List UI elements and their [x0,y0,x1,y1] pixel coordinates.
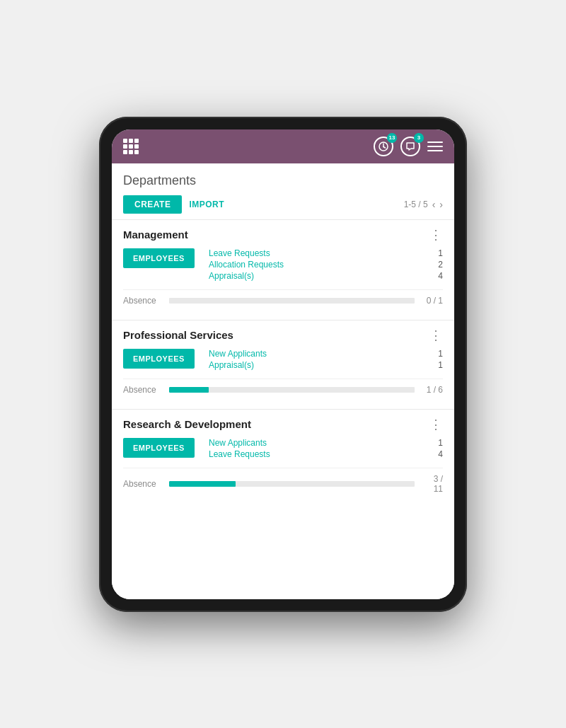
absence-bar-fill [169,387,209,393]
more-options-icon[interactable]: ⋮ [429,418,443,431]
absence-label: Absence [123,385,162,395]
pagination-text: 1-5 / 5 [404,200,428,209]
notification-badge: 13 [387,133,397,143]
absence-row: Absence 0 / 1 [123,289,443,311]
absence-bar [169,298,415,304]
employees-button[interactable]: EMPLOYEES [123,248,195,268]
stat-value: 1 [438,360,443,370]
toolbar: CREATE IMPORT 1-5 / 5 ‹ › [123,195,443,214]
dept-name: Professional Services [123,329,233,341]
stat-row: Allocation Requests 2 [209,260,443,270]
stat-row: Appraisal(s) 4 [209,271,443,281]
message-badge: 3 [414,133,424,143]
stat-value: 4 [438,449,443,459]
employees-button[interactable]: EMPLOYEES [123,438,195,458]
stat-value: 1 [438,438,443,448]
toolbar-left: CREATE IMPORT [123,195,224,214]
stat-value: 1 [438,248,443,258]
dept-stats: New Applicants 1 Appraisal(s) 1 [209,349,443,370]
stat-row: New Applicants 1 [209,349,443,359]
stat-label: New Applicants [209,349,267,359]
pagination: 1-5 / 5 ‹ › [404,199,443,210]
stat-row: Appraisal(s) 1 [209,360,443,370]
absence-row: Absence 1 / 6 [123,379,443,400]
absence-label: Absence [123,479,162,489]
dept-header: Research & Development ⋮ [123,418,443,431]
absence-row: Absence 3 / 11 [123,468,443,499]
absence-bar [169,387,415,393]
absence-label: Absence [123,296,162,306]
dept-name: Management [123,229,188,241]
stat-value: 1 [438,349,443,359]
stat-label: New Applicants [209,438,267,448]
more-options-icon[interactable]: ⋮ [429,229,443,241]
department-card: Research & Development ⋮ EMPLOYEES New A… [112,409,454,508]
department-card: Professional Services ⋮ EMPLOYEES New Ap… [112,320,454,409]
prev-page-button[interactable]: ‹ [432,199,436,210]
dept-header: Management ⋮ [123,229,443,241]
stat-label: Appraisal(s) [209,360,254,370]
message-icon-wrap[interactable]: 3 [400,137,420,156]
apps-icon[interactable] [123,139,139,154]
stat-row: New Applicants 1 [209,438,443,448]
employees-button[interactable]: EMPLOYEES [123,349,195,369]
absence-count: 0 / 1 [422,296,443,306]
import-button[interactable]: IMPORT [189,200,224,209]
absence-count: 1 / 6 [422,385,443,395]
hamburger-menu-icon[interactable] [427,141,443,151]
nav-right-icons: 13 3 [374,137,443,156]
next-page-button[interactable]: › [439,199,443,210]
dept-stats: New Applicants 1 Leave Requests 4 [209,438,443,459]
main-content: Departments CREATE IMPORT 1-5 / 5 ‹ › Ma… [112,163,454,599]
stat-row: Leave Requests 4 [209,449,443,459]
page-title: Departments [123,173,443,188]
dept-body: EMPLOYEES Leave Requests 1 Allocation Re… [123,248,443,281]
stat-value: 4 [438,271,443,281]
dept-name: Research & Development [123,418,251,430]
stat-label: Appraisal(s) [209,271,254,281]
page-header: Departments CREATE IMPORT 1-5 / 5 ‹ › [112,163,454,219]
stat-label: Leave Requests [209,248,270,258]
department-card: Management ⋮ EMPLOYEES Leave Requests 1 … [112,219,454,320]
stat-row: Leave Requests 1 [209,248,443,258]
absence-bar [169,481,415,487]
notification-icon-wrap[interactable]: 13 [374,137,393,156]
create-button[interactable]: CREATE [123,195,182,214]
top-nav-bar: 13 3 [112,129,454,163]
tablet-screen: 13 3 Departm [112,129,454,599]
stat-value: 2 [438,260,443,270]
dept-body: EMPLOYEES New Applicants 1 Leave Request… [123,438,443,459]
svg-line-2 [383,146,386,148]
dept-header: Professional Services ⋮ [123,329,443,342]
stat-label: Allocation Requests [209,260,284,270]
department-list: Management ⋮ EMPLOYEES Leave Requests 1 … [112,219,454,508]
dept-body: EMPLOYEES New Applicants 1 Appraisal(s) … [123,349,443,370]
tablet-device: 13 3 Departm [99,117,467,612]
dept-stats: Leave Requests 1 Allocation Requests 2 A… [209,248,443,281]
absence-count: 3 / 11 [422,474,443,494]
stat-label: Leave Requests [209,449,270,459]
absence-bar-fill [169,481,236,487]
more-options-icon[interactable]: ⋮ [429,329,443,342]
